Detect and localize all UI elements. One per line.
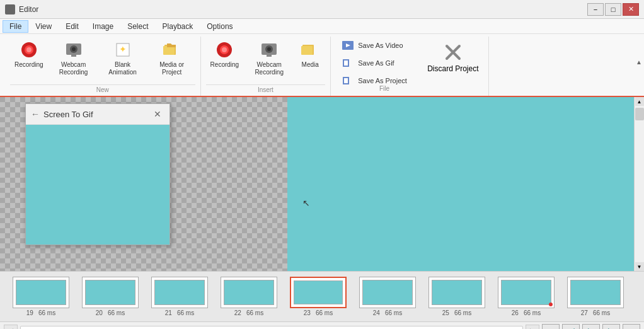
svg-point-16 xyxy=(267,47,271,51)
title-bar: Editor − □ ✕ xyxy=(0,0,644,19)
webcam-recording-insert-button[interactable]: Webcam Recording xyxy=(246,37,292,79)
svg-rect-6 xyxy=(71,55,76,57)
canvas-area: ← Screen To Gif ✕ ↖ xyxy=(0,97,634,271)
thumbnail-19[interactable]: 19 66 ms xyxy=(6,277,76,316)
thumbnail-20[interactable]: 20 66 ms xyxy=(76,277,145,316)
thumb-time-22: 66 ms xyxy=(246,309,263,316)
thumb-labels-24: 24 66 ms xyxy=(373,309,402,316)
thumb-frame-22 xyxy=(221,277,277,308)
close-button[interactable]: ✕ xyxy=(623,3,639,16)
save-as-video-label: Save As Video xyxy=(358,42,403,49)
scroll-up-button[interactable]: ▲ xyxy=(635,97,644,106)
thumb-labels-26: 26 66 ms xyxy=(512,309,541,316)
ribbon-section-new: Recording Webcam Recording xyxy=(5,37,201,96)
media-insert-label: Media xyxy=(302,61,319,69)
menu-select[interactable]: Select xyxy=(120,20,155,33)
ribbon-section-file: Save As Video Save As Gif xyxy=(331,37,488,96)
thumb-time-21: 66 ms xyxy=(177,309,194,316)
prev-frame-button[interactable]: ◀ xyxy=(562,324,580,330)
title-bar-controls: − □ ✕ xyxy=(587,3,639,16)
thumb-frame-26 xyxy=(498,277,555,308)
thumb-labels-27: 27 66 ms xyxy=(581,309,610,316)
recording-icon xyxy=(19,40,39,60)
progress-bar[interactable] xyxy=(20,326,523,330)
thumbnail-27[interactable]: 27 66 ms xyxy=(561,277,630,316)
thumb-time-23: 66 ms xyxy=(316,309,333,316)
thumbnail-23[interactable]: 23 66 ms xyxy=(284,277,353,316)
menu-options[interactable]: Options xyxy=(200,20,239,33)
thumbnail-21[interactable]: 21 66 ms xyxy=(145,277,214,316)
thumbnail-24[interactable]: 24 66 ms xyxy=(353,277,422,316)
menu-file[interactable]: File xyxy=(3,20,28,33)
scrollbar-thumb[interactable] xyxy=(635,108,644,120)
playback-controls: ⏮ ◀ ▶ ▶ ⏭ xyxy=(542,324,640,330)
media-insert-button[interactable]: Media xyxy=(295,37,325,72)
save-as-video-button[interactable]: Save As Video xyxy=(336,37,418,54)
dialog-close-button[interactable]: ✕ xyxy=(151,108,164,120)
save-video-icon xyxy=(342,39,354,52)
ribbon-new-items: Recording Webcam Recording xyxy=(10,37,195,83)
ribbon-new-label: New xyxy=(10,84,195,93)
blank-animation-label: Blank Animation xyxy=(104,61,142,76)
blank-animation-button[interactable]: ✦ Blank Animation xyxy=(100,37,146,79)
thumb-number-26: 26 xyxy=(512,309,519,316)
ribbon-collapse-button[interactable]: ▲ xyxy=(634,57,644,67)
recording-new-button[interactable]: Recording xyxy=(10,37,48,72)
minimize-button[interactable]: − xyxy=(587,3,604,16)
svg-text:✦: ✦ xyxy=(119,44,127,54)
menu-view[interactable]: View xyxy=(28,20,59,33)
play-button[interactable]: ▶ xyxy=(582,324,600,330)
thumb-time-20: 66 ms xyxy=(108,309,125,316)
scroll-down-button[interactable]: ▼ xyxy=(635,262,644,271)
media-or-project-button[interactable]: Media or Project xyxy=(149,37,195,79)
thumb-time-26: 66 ms xyxy=(524,309,541,316)
svg-point-2 xyxy=(26,47,32,52)
thumb-frame-20 xyxy=(82,277,139,308)
discard-project-label: Discard Project xyxy=(427,64,478,73)
thumbnail-strip: 19 66 ms 20 66 ms 21 66 ms 22 66 ms 23 6… xyxy=(0,271,644,321)
dialog-back-button[interactable]: ← xyxy=(31,109,40,119)
blank-animation-icon: ✦ xyxy=(113,40,133,60)
discard-project-button[interactable]: Discard Project xyxy=(423,39,483,76)
scroll-right-button[interactable]: ▶ xyxy=(526,325,539,330)
recording-new-label: Recording xyxy=(14,61,43,69)
app-icon xyxy=(5,4,15,14)
thumbnail-22[interactable]: 22 66 ms xyxy=(214,277,284,316)
webcam-recording-new-button[interactable]: Webcam Recording xyxy=(50,37,97,79)
ribbon: Recording Webcam Recording xyxy=(0,34,644,97)
svg-rect-23 xyxy=(344,61,348,66)
ribbon-file-section-label: File xyxy=(359,85,410,92)
thumb-frame-27 xyxy=(567,277,624,308)
teal-background xyxy=(287,97,634,271)
ribbon-section-insert: Recording Webcam Recording xyxy=(201,37,331,96)
save-as-gif-label: Save As Gif xyxy=(358,59,394,67)
svg-rect-19 xyxy=(301,46,313,55)
svg-rect-10 xyxy=(163,46,175,55)
thumb-frame-24 xyxy=(359,277,416,308)
recording-insert-button[interactable]: Recording xyxy=(206,37,244,72)
thumb-number-19: 19 xyxy=(26,309,33,316)
menu-edit[interactable]: Edit xyxy=(59,20,86,33)
thumbnail-25[interactable]: 25 66 ms xyxy=(422,277,492,316)
vertical-scrollbar[interactable]: ▲ ▼ xyxy=(634,97,644,271)
maximize-button[interactable]: □ xyxy=(605,3,621,16)
dialog-titlebar[interactable]: ← Screen To Gif ✕ xyxy=(26,104,170,125)
last-frame-button[interactable]: ⏭ xyxy=(623,324,640,330)
webcam-icon xyxy=(64,40,84,60)
thumbnail-26[interactable]: 26 66 ms xyxy=(492,277,561,316)
thumb-frame-19 xyxy=(13,277,69,308)
save-as-project-label: Save As Project xyxy=(358,77,407,84)
main-area: ← Screen To Gif ✕ ↖ ▲ ▼ xyxy=(0,97,644,271)
save-as-gif-button[interactable]: Save As Gif xyxy=(336,54,418,72)
thumb-frame-23 xyxy=(290,277,347,308)
recording-insert-icon xyxy=(214,40,234,60)
thumb-time-19: 66 ms xyxy=(38,309,55,316)
menu-image[interactable]: Image xyxy=(86,20,120,33)
scroll-left-button[interactable]: ◀ xyxy=(4,325,18,330)
first-frame-button[interactable]: ⏮ xyxy=(542,324,560,330)
thumb-labels-23: 23 66 ms xyxy=(304,309,333,316)
next-frame-button[interactable]: ▶ xyxy=(602,324,620,330)
save-gif-icon xyxy=(342,57,354,69)
discard-icon xyxy=(443,42,463,64)
menu-playback[interactable]: Playback xyxy=(156,20,200,33)
